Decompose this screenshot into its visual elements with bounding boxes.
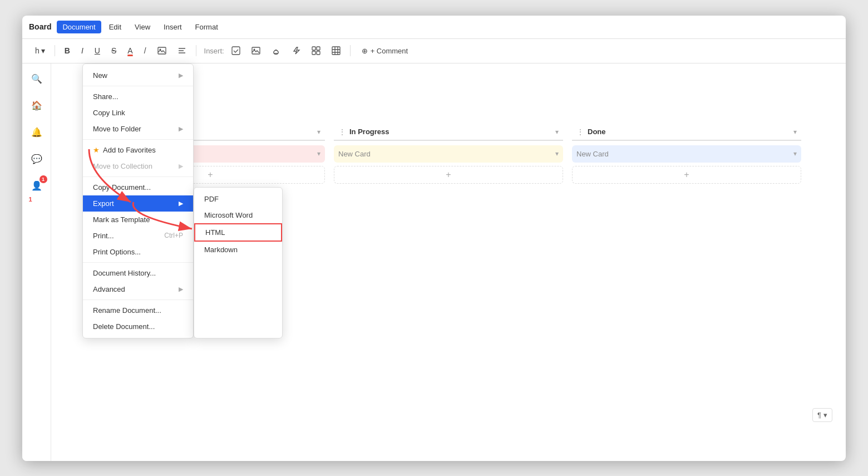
- grip-icon-2: ⋮: [338, 127, 346, 136]
- bolt-icon: [292, 46, 300, 55]
- sidebar-icon-user[interactable]: 👤 1 1: [28, 177, 46, 195]
- plus-icon-inprogress: +: [446, 170, 451, 180]
- svg-rect-5: [232, 47, 240, 55]
- menu-delete[interactable]: Delete Document...: [83, 318, 193, 335]
- annotation-1: 1: [29, 196, 32, 203]
- menu-advanced[interactable]: Advanced ▶: [83, 281, 193, 297]
- menu-document[interactable]: Document: [57, 21, 101, 33]
- sidebar-icon-home[interactable]: 🏠: [28, 97, 46, 115]
- photo-button[interactable]: [248, 44, 264, 57]
- bold-button[interactable]: B: [61, 44, 74, 57]
- table-icon: [332, 46, 341, 55]
- menu-share[interactable]: Share...: [83, 89, 193, 105]
- column-inprogress-title: In Progress: [349, 127, 389, 136]
- table-button[interactable]: [328, 44, 344, 57]
- print-shortcut: Ctrl+P: [164, 232, 183, 239]
- menu-doc-history[interactable]: Document History...: [83, 265, 193, 281]
- export-html[interactable]: HTML: [194, 223, 282, 242]
- menu-template-label: Mark as Template: [93, 215, 150, 224]
- bolt-button[interactable]: [288, 44, 304, 57]
- column-todo-chevron[interactable]: ▾: [317, 128, 320, 136]
- sidebar-icon-search[interactable]: 🔍: [28, 70, 46, 88]
- card-input-inprogress[interactable]: New Card ▾: [334, 145, 563, 163]
- paragraph-button[interactable]: ¶ ▾: [812, 408, 832, 422]
- menu-copy-doc[interactable]: Copy Document...: [83, 179, 193, 195]
- menu-copy-link-label: Copy Link: [93, 109, 125, 117]
- column-done: ⋮ Done ▾ New Card ▾ +: [572, 124, 801, 184]
- svg-rect-11: [317, 51, 320, 55]
- add-card-inprogress[interactable]: +: [334, 166, 563, 184]
- user-badge: 1: [40, 175, 47, 183]
- toolbar-separator: [55, 45, 55, 56]
- window-title: Board: [29, 22, 51, 31]
- card-dropdown-todo[interactable]: ▾: [317, 150, 320, 158]
- export-word[interactable]: Microsoft Word: [194, 207, 282, 223]
- photo-icon: [251, 46, 260, 55]
- menu-format[interactable]: Format: [190, 21, 224, 33]
- card-dropdown-inprogress[interactable]: ▾: [555, 150, 559, 158]
- sep3: [83, 176, 193, 177]
- menu-edit[interactable]: Edit: [103, 21, 127, 33]
- column-inprogress: ⋮ In Progress ▾ New Card ▾ +: [334, 124, 563, 184]
- highlight-button[interactable]: /: [140, 44, 150, 57]
- menu-print-options-label: Print Options...: [93, 248, 141, 256]
- add-card-done[interactable]: +: [572, 166, 801, 184]
- column-inprogress-chevron[interactable]: ▾: [555, 128, 559, 136]
- export-pdf[interactable]: PDF: [194, 191, 282, 207]
- special-icon: [312, 46, 320, 55]
- align-button[interactable]: [174, 44, 190, 57]
- grip-icon-3: ⋮: [576, 127, 584, 136]
- dropdown-container: New ▶ Share... Copy Link Move to Folder …: [82, 63, 283, 338]
- main-dropdown-menu: New ▶ Share... Copy Link Move to Folder …: [82, 63, 194, 338]
- toolbar-sep2: [196, 45, 196, 56]
- menu-share-label: Share...: [93, 92, 119, 101]
- strikethrough-button[interactable]: S: [107, 44, 120, 57]
- menu-export-label: Export: [93, 199, 114, 208]
- italic-button[interactable]: I: [77, 44, 87, 57]
- menu-print[interactable]: Print... Ctrl+P: [83, 228, 193, 244]
- font-color-icon: A: [127, 46, 132, 55]
- column-done-chevron[interactable]: ▾: [793, 128, 797, 136]
- svg-rect-10: [312, 51, 315, 55]
- menu-new-label: New: [93, 71, 107, 80]
- card-dropdown-done[interactable]: ▾: [793, 150, 797, 158]
- sep2: [83, 139, 193, 140]
- link-button[interactable]: [268, 44, 284, 57]
- special-button[interactable]: [308, 44, 324, 57]
- menu-view[interactable]: View: [129, 21, 156, 33]
- menu-new[interactable]: New ▶: [83, 67, 193, 84]
- app-window: Board Document Edit View Insert Format h…: [22, 16, 846, 461]
- plus-icon: ⊕: [362, 47, 368, 55]
- menu-rename[interactable]: Rename Document...: [83, 302, 193, 318]
- menu-template[interactable]: Mark as Template: [83, 212, 193, 228]
- underline-button[interactable]: U: [91, 44, 104, 57]
- menu-export[interactable]: Export ▶: [83, 195, 193, 212]
- sep4: [83, 262, 193, 263]
- toolbar-sep3: [350, 45, 351, 56]
- menu-print-label: Print...: [93, 232, 114, 240]
- export-submenu: PDF Microsoft Word HTML Markdown: [194, 187, 283, 338]
- menu-print-options[interactable]: Print Options...: [83, 244, 193, 260]
- menu-advanced-label: Advanced: [93, 285, 125, 293]
- menu-move-folder[interactable]: Move to Folder ▶: [83, 121, 193, 137]
- submenu-arrow-collection: ▶: [179, 163, 183, 170]
- menu-rename-label: Rename Document...: [93, 306, 161, 315]
- image-button[interactable]: [154, 44, 170, 57]
- sidebar-icon-chat[interactable]: 💬: [28, 150, 46, 168]
- menu-favorites[interactable]: ★ Add to Favorites: [83, 142, 193, 158]
- pilcrow-icon: ¶: [817, 411, 821, 419]
- export-markdown[interactable]: Markdown: [194, 242, 282, 258]
- checkbox-icon: [231, 46, 240, 55]
- card-input-done[interactable]: New Card ▾: [572, 145, 801, 163]
- menu-move-collection-label: Move to Collection: [93, 162, 152, 170]
- comment-button[interactable]: ⊕ + Comment: [356, 45, 414, 57]
- menu-copy-link[interactable]: Copy Link: [83, 105, 193, 121]
- font-color-button[interactable]: A: [124, 44, 136, 57]
- menu-bar: Board Document Edit View Insert Format: [22, 16, 846, 39]
- plus-icon-done: +: [684, 170, 689, 180]
- menu-insert[interactable]: Insert: [158, 21, 188, 33]
- sidebar-icon-bell[interactable]: 🔔: [28, 124, 46, 141]
- font-style-dropdown[interactable]: h ▾: [31, 44, 49, 57]
- card-placeholder-done: New Card: [576, 146, 609, 161]
- checkbox-button[interactable]: [228, 44, 244, 57]
